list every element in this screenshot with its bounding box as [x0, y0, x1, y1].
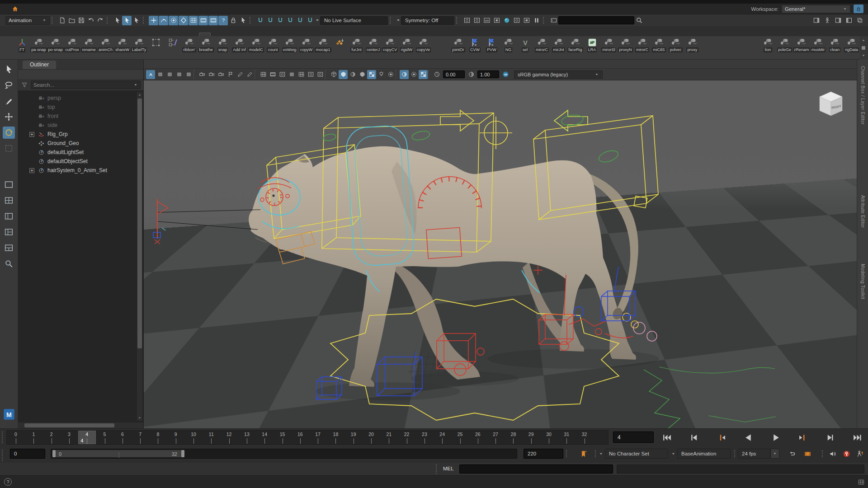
outliner-item-side[interactable]: side [18, 121, 143, 130]
snap-grid-icon[interactable] [149, 16, 158, 25]
shelf-item-polege[interactable]: poleGe [776, 37, 793, 52]
shelf-scroll-down-icon[interactable] [861, 53, 866, 58]
toggle-humanik-icon[interactable] [822, 16, 832, 25]
shelf-item-polvec[interactable]: polvec [667, 37, 684, 52]
shelf-item-add-inf[interactable]: Add Inf [231, 37, 248, 52]
keyframe-snap-icon[interactable] [208, 16, 218, 25]
shelf-tab-curves[interactable] [14, 33, 25, 36]
snap-magnet-curve-icon[interactable] [265, 16, 275, 25]
shelf-tab-mrpaweena[interactable] [199, 33, 211, 36]
maya-m-icon[interactable] [3, 408, 15, 420]
search-icon[interactable] [634, 16, 644, 25]
shelf-item-breathe[interactable]: breathe [198, 37, 214, 52]
lasso-tool[interactable] [3, 79, 15, 91]
animation-end-field[interactable]: 220 [524, 449, 563, 459]
frame-label-1[interactable]: 1 [27, 432, 40, 437]
frame-label-7[interactable]: 7 [134, 432, 146, 437]
drag-handle[interactable] [2, 450, 4, 461]
shelf-item-rename[interactable]: rename [80, 37, 97, 52]
shelf-item-animch[interactable]: animCh [97, 37, 114, 52]
wireframe-icon[interactable] [329, 70, 338, 79]
layout-persp-graph[interactable] [3, 226, 15, 237]
frame-label-23[interactable]: 23 [418, 432, 431, 437]
select-object-icon[interactable] [122, 16, 132, 25]
character-set-select[interactable]: No Character Set [605, 449, 668, 459]
play-backwards-button[interactable] [741, 432, 756, 443]
launch-render-icon[interactable] [522, 16, 531, 25]
shelf-item-musmir[interactable]: musMir [810, 37, 826, 52]
symmetry-caret[interactable] [396, 16, 401, 25]
shelf-item-furjnt[interactable]: furJnt [348, 37, 365, 52]
shelf-item-clean[interactable]: clean [826, 37, 843, 52]
shelf-tab-motion-graphics[interactable] [156, 33, 166, 36]
outliner-item-front[interactable]: front [18, 112, 143, 121]
render-current-frame-icon[interactable] [472, 16, 481, 25]
rotate-tool[interactable] [3, 127, 15, 139]
highlight-affected-icon[interactable] [238, 16, 248, 25]
frame-label-9[interactable]: 9 [170, 432, 182, 437]
current-frame-field[interactable]: 4 [613, 432, 654, 443]
snap-curve-icon[interactable] [159, 16, 168, 25]
new-scene-icon[interactable] [57, 16, 67, 25]
safe-action-icon[interactable] [306, 70, 315, 79]
shelf-item-po-snap[interactable]: po-snap [47, 37, 64, 52]
dock-tab-modeling-toolkit[interactable]: Modeling Toolkit [857, 264, 868, 299]
frame-label-8[interactable]: 8 [151, 432, 164, 437]
save-scene-icon[interactable] [76, 16, 86, 25]
move-tool[interactable] [3, 111, 15, 123]
snap-point-icon[interactable] [169, 16, 178, 25]
film-gate-icon[interactable] [268, 70, 277, 79]
fps-select[interactable]: 24 fps [738, 449, 770, 459]
go-to-start-button[interactable] [659, 432, 675, 443]
layout-four-pane[interactable] [3, 195, 15, 206]
bookmark-add-icon[interactable] [578, 449, 589, 459]
camera-lock-icon[interactable] [165, 70, 174, 79]
workspace-select[interactable]: General* [782, 5, 850, 13]
outliner-search[interactable] [31, 80, 141, 89]
dock-tab-attribute-editor[interactable]: Attribute Editor [857, 195, 868, 228]
item-sep[interactable] [325, 70, 329, 79]
frame-label-4[interactable]: 4 [80, 432, 93, 437]
snap-options-caret[interactable] [315, 16, 320, 25]
shaded-mode-icon[interactable] [339, 70, 348, 79]
xray-joints-icon[interactable] [419, 70, 428, 79]
pause-viewport-icon[interactable] [532, 16, 541, 25]
shelf-item-cutprox[interactable]: cutProx [64, 37, 80, 52]
render-settings-icon[interactable] [492, 16, 501, 25]
select-component-icon[interactable] [132, 16, 141, 25]
frame-label-19[interactable]: 19 [347, 432, 360, 437]
item-sep[interactable] [428, 70, 432, 79]
outliner-item-rig-grp[interactable]: Rig_Grp [18, 130, 143, 139]
shelf-item-zrenam[interactable]: zRenam [793, 37, 810, 52]
shelf-tab-mash[interactable] [145, 33, 156, 36]
view-cube[interactable]: RIGHT [816, 89, 846, 117]
filter-icon[interactable] [21, 81, 28, 89]
color-management-on-icon[interactable] [501, 70, 510, 79]
panel-layout-icon[interactable] [858, 479, 865, 486]
shelf-tab-rendering[interactable] [90, 33, 101, 36]
shelf-item-facerig[interactable]: faceRig [567, 37, 584, 52]
snap-view-plane-icon[interactable] [198, 16, 208, 25]
snap-projected-center-icon[interactable] [179, 16, 188, 25]
shelf-tab-mrprig[interactable] [177, 33, 188, 36]
shelf-item-cvw[interactable]: CVW [467, 37, 483, 52]
fps-caret[interactable] [770, 449, 779, 459]
anim-layer-select[interactable]: BaseAnimation [677, 449, 731, 459]
shelf-scroll-up-icon[interactable] [861, 38, 866, 42]
item-sep[interactable] [396, 70, 399, 79]
shelf-tab-mrpaween[interactable] [188, 33, 199, 36]
outliner-vertical-scrollbar[interactable] [137, 92, 143, 421]
time-slider[interactable]: 4012345678910111213141516171819202122232… [6, 430, 609, 445]
ipr-render-icon[interactable] [482, 16, 491, 25]
render-setup-icon[interactable] [512, 16, 521, 25]
command-input[interactable] [459, 465, 613, 474]
frame-label-10[interactable]: 10 [187, 432, 200, 437]
snap-help-icon[interactable] [218, 16, 228, 25]
expand-toggle[interactable] [29, 132, 34, 137]
annotate-icon[interactable] [236, 70, 245, 79]
frame-label-22[interactable]: 22 [401, 432, 413, 437]
outliner-item-top[interactable]: top [18, 103, 143, 112]
frame-label-3[interactable]: 3 [63, 432, 75, 437]
range-start-handle[interactable] [52, 450, 56, 457]
frame-label-2[interactable]: 2 [45, 432, 58, 437]
